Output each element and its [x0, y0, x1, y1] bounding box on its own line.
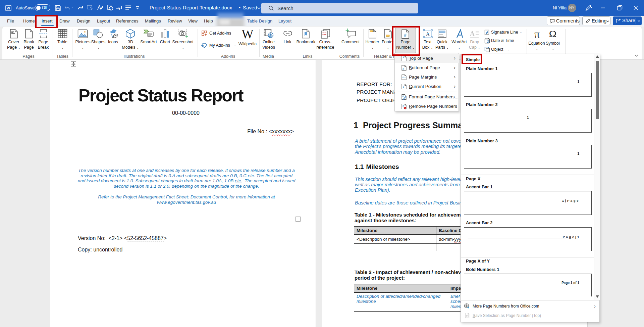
svg-text:A: A: [426, 31, 430, 37]
svg-text:#: #: [402, 76, 404, 79]
svg-text:#: #: [403, 86, 404, 88]
svg-text:#: #: [403, 56, 404, 58]
svg-text:#: #: [402, 95, 404, 97]
svg-text:#: #: [402, 68, 404, 70]
svg-text:A: A: [470, 30, 475, 37]
svg-text:#: #: [402, 105, 404, 107]
